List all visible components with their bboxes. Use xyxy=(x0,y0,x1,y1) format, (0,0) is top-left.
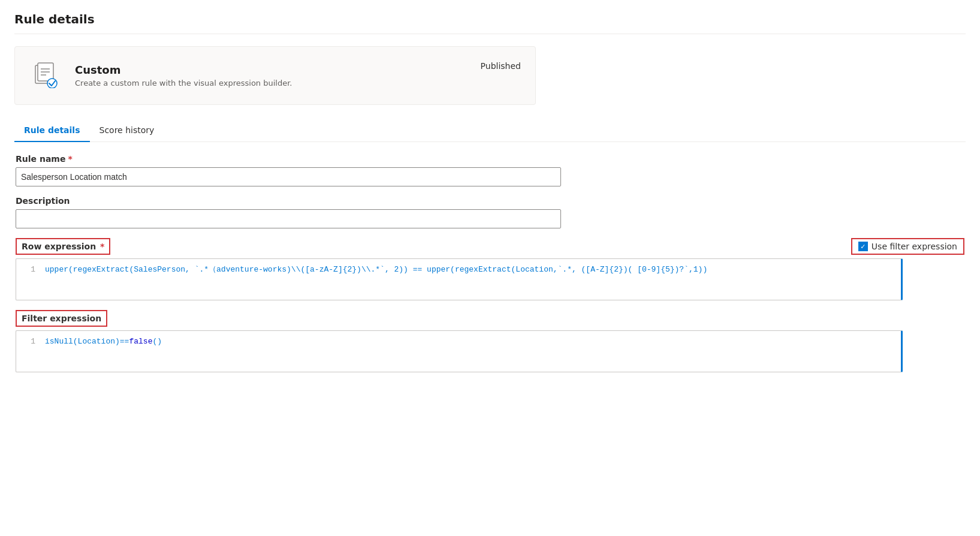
filter-expression-code: isNull(Location)==false() xyxy=(45,336,901,348)
use-filter-label: Use filter expression xyxy=(872,242,957,251)
filter-expression-line: 1 isNull(Location)==false() xyxy=(16,331,901,353)
filter-line-number: 1 xyxy=(16,336,45,348)
page-container: Rule details Custom Create a custom rule… xyxy=(0,0,980,384)
custom-rule-icon xyxy=(33,62,59,90)
page-title: Rule details xyxy=(14,12,966,26)
card-icon-wrapper xyxy=(29,59,63,92)
rule-type-card: Custom Create a custom rule with the vis… xyxy=(14,46,536,105)
use-filter-wrapper[interactable]: Use filter expression xyxy=(851,238,964,255)
tabs-container: Rule details Score history xyxy=(14,119,966,142)
description-label: Description xyxy=(16,196,964,206)
card-status: Published xyxy=(481,61,521,71)
tab-score-history[interactable]: Score history xyxy=(90,119,164,142)
card-description: Create a custom rule with the visual exp… xyxy=(75,79,469,88)
use-filter-checkbox[interactable] xyxy=(858,242,868,251)
rule-name-field: Rule name * xyxy=(16,154,964,186)
row-line-number: 1 xyxy=(16,264,45,276)
row-expression-line: 1 upper(regexExtract(SalesPerson, `.*（ad… xyxy=(16,259,901,281)
row-expression-required: * xyxy=(100,242,104,251)
row-expression-section: Row expression * Use filter expression 1… xyxy=(16,238,964,300)
row-expression-code: upper(regexExtract(SalesPerson, `.*（adve… xyxy=(45,264,901,276)
filter-expression-editor[interactable]: 1 isNull(Location)==false() xyxy=(16,330,903,372)
filter-code-suffix: () xyxy=(152,337,162,346)
form-content: Rule name * Description Row expression *… xyxy=(14,154,966,372)
filter-expression-label: Filter expression xyxy=(16,310,107,327)
row-expression-label: Row expression * xyxy=(16,238,110,255)
filter-expression-section: Filter expression 1 isNull(Location)==fa… xyxy=(16,310,964,372)
rule-name-input[interactable] xyxy=(16,167,561,186)
expression-header: Row expression * Use filter expression xyxy=(16,238,964,255)
card-title: Custom xyxy=(75,64,469,76)
card-info: Custom Create a custom rule with the vis… xyxy=(75,64,469,88)
row-expression-editor[interactable]: 1 upper(regexExtract(SalesPerson, `.*（ad… xyxy=(16,258,903,300)
filter-code-keyword: false xyxy=(129,337,152,346)
page-divider xyxy=(14,34,966,34)
tab-rule-details[interactable]: Rule details xyxy=(14,119,90,142)
rule-name-label: Rule name * xyxy=(16,154,964,164)
filter-code-prefix: isNull(Location)== xyxy=(45,337,129,346)
description-input[interactable] xyxy=(16,209,561,228)
description-field: Description xyxy=(16,196,964,228)
rule-name-required: * xyxy=(68,154,72,164)
